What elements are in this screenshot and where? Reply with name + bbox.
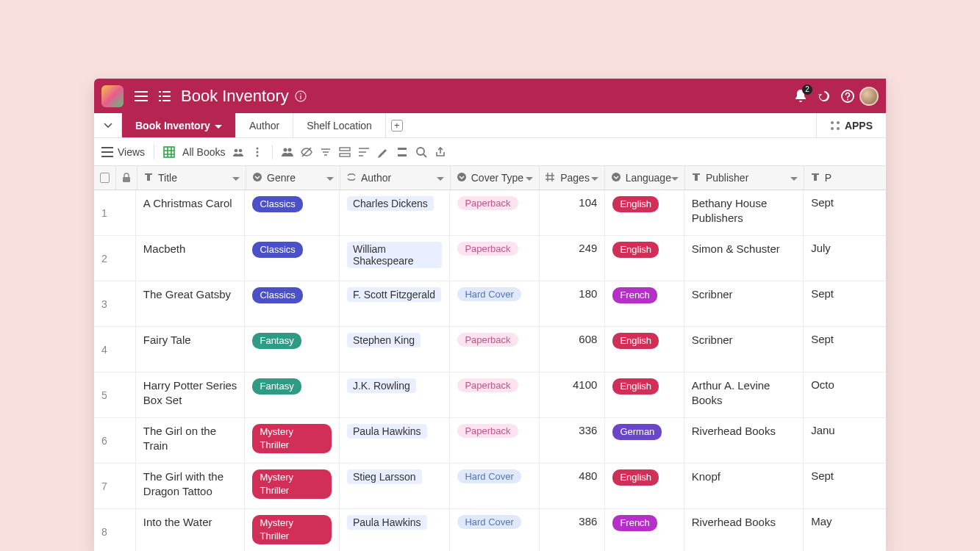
cell-publisher[interactable]: Simon & Schuster: [684, 236, 804, 281]
cell-publisher[interactable]: Riverhead Books: [684, 418, 804, 463]
export-icon[interactable]: [434, 146, 446, 158]
cell-publisher[interactable]: Knopf: [684, 464, 804, 508]
cell-pages[interactable]: 180: [540, 281, 605, 326]
collaborators-icon[interactable]: [282, 146, 293, 158]
cell-pages[interactable]: 608: [540, 327, 605, 372]
column-dropdown-icon[interactable]: [671, 172, 679, 184]
filter-icon[interactable]: [320, 146, 332, 158]
cell-author[interactable]: Stieg Larsson: [340, 464, 451, 508]
cell-language[interactable]: English: [605, 464, 684, 508]
cell-publisher[interactable]: Bethany House Publishers: [684, 190, 804, 235]
cell-cover-type[interactable]: Paperback: [450, 190, 540, 235]
cell-genre[interactable]: Mystery Thriller: [245, 509, 339, 551]
help-icon[interactable]: [839, 87, 856, 105]
cell-author[interactable]: Stephen King: [340, 327, 451, 372]
column-dropdown-icon[interactable]: [232, 172, 240, 184]
menu-icon[interactable]: [132, 87, 150, 105]
cell-author[interactable]: J.K. Rowling: [340, 372, 451, 417]
cell-genre[interactable]: Mystery Thriller: [245, 418, 339, 463]
cell-genre[interactable]: Mystery Thriller: [245, 464, 339, 508]
cell-date[interactable]: Sept: [804, 281, 886, 326]
cell-title[interactable]: Macbeth: [136, 236, 246, 281]
row-height-icon[interactable]: [396, 146, 408, 158]
column-header-language[interactable]: Language: [605, 166, 685, 190]
table-row[interactable]: 3The Great GatsbyClassicsF. Scott Fitzge…: [94, 281, 886, 327]
app-logo[interactable]: [101, 85, 124, 107]
table-row[interactable]: 6The Girl on the TrainMystery ThrillerPa…: [94, 418, 886, 464]
cell-date[interactable]: May: [804, 509, 886, 551]
cell-date[interactable]: Octo: [804, 372, 886, 417]
color-icon[interactable]: [377, 146, 389, 158]
cell-genre[interactable]: Fantasy: [245, 327, 339, 372]
cell-author[interactable]: William Shakespeare: [340, 236, 451, 281]
cell-genre[interactable]: Fantasy: [245, 372, 339, 417]
cell-cover-type[interactable]: Hard Cover: [450, 281, 540, 326]
cell-pages[interactable]: 480: [540, 464, 605, 508]
cell-language[interactable]: English: [605, 190, 684, 235]
cell-genre[interactable]: Classics: [245, 236, 339, 281]
select-all-checkbox[interactable]: [94, 166, 116, 190]
row-expand[interactable]: [115, 281, 136, 326]
tab-shelf-location[interactable]: Shelf Location: [293, 113, 386, 137]
cell-language[interactable]: German: [605, 418, 684, 463]
cell-author[interactable]: Paula Hawkins: [340, 509, 451, 551]
column-header-genre[interactable]: Genre: [246, 166, 340, 190]
cell-language[interactable]: English: [605, 327, 684, 372]
column-dropdown-icon[interactable]: [790, 172, 798, 184]
views-button[interactable]: Views: [101, 146, 145, 158]
cell-language[interactable]: English: [605, 236, 684, 281]
cell-genre[interactable]: Classics: [245, 281, 339, 326]
avatar[interactable]: [859, 87, 879, 106]
row-expand[interactable]: [115, 327, 136, 372]
cell-language[interactable]: French: [605, 281, 684, 326]
cell-genre[interactable]: Classics: [245, 190, 339, 235]
cell-publisher[interactable]: Riverhead Books: [684, 509, 804, 551]
group-icon[interactable]: [339, 146, 351, 158]
cell-cover-type[interactable]: Paperback: [450, 327, 540, 372]
table-row[interactable]: 4Fairy TaleFantasyStephen KingPaperback6…: [94, 327, 886, 372]
cell-title[interactable]: The Girl with the Dragon Tattoo: [136, 464, 246, 508]
view-type-icon[interactable]: [163, 146, 175, 158]
share-view-icon[interactable]: [232, 146, 244, 158]
tab-author[interactable]: Author: [236, 113, 293, 137]
cell-cover-type[interactable]: Paperback: [450, 418, 540, 463]
add-tab-button[interactable]: +: [386, 113, 408, 137]
expand-views-button[interactable]: [94, 113, 122, 137]
column-dropdown-icon[interactable]: [437, 172, 444, 184]
table-row[interactable]: 1A Christmas CarolClassicsCharles Dicken…: [94, 190, 886, 236]
sort-icon[interactable]: [358, 146, 370, 158]
cell-date[interactable]: Sept: [804, 464, 886, 508]
cell-pages[interactable]: 104: [540, 190, 605, 235]
cell-title[interactable]: Into the Water: [136, 509, 246, 551]
row-expand[interactable]: [115, 372, 136, 417]
cell-author[interactable]: F. Scott Fitzgerald: [340, 281, 451, 326]
row-expand[interactable]: [115, 418, 136, 463]
hide-fields-icon[interactable]: [301, 146, 312, 158]
column-dropdown-icon[interactable]: [526, 172, 533, 184]
notifications-button[interactable]: 2: [792, 87, 809, 105]
row-expand[interactable]: [115, 236, 136, 281]
cell-date[interactable]: Janu: [804, 418, 886, 463]
cell-pages[interactable]: 386: [540, 509, 605, 551]
cell-publisher[interactable]: Scribner: [684, 281, 804, 326]
column-header-partial[interactable]: P: [804, 166, 886, 190]
table-row[interactable]: 5Harry Potter Series Box SetFantasyJ.K. …: [94, 372, 886, 418]
cell-cover-type[interactable]: Paperback: [450, 372, 540, 417]
list-icon[interactable]: [156, 87, 174, 105]
cell-title[interactable]: Harry Potter Series Box Set: [136, 372, 246, 417]
cell-cover-type[interactable]: Paperback: [450, 236, 540, 281]
history-icon[interactable]: [815, 87, 833, 105]
cell-author[interactable]: Charles Dickens: [340, 190, 451, 235]
row-expand[interactable]: [115, 464, 136, 508]
apps-button[interactable]: APPS: [816, 113, 886, 137]
cell-title[interactable]: The Great Gatsby: [136, 281, 246, 326]
column-dropdown-icon[interactable]: [591, 172, 598, 184]
row-expand[interactable]: [115, 509, 136, 551]
cell-language[interactable]: English: [605, 372, 684, 417]
column-header-pages[interactable]: Pages: [540, 166, 604, 190]
column-header-author[interactable]: Author: [340, 166, 451, 190]
column-dropdown-icon[interactable]: [326, 172, 334, 184]
cell-title[interactable]: The Girl on the Train: [136, 418, 246, 463]
cell-cover-type[interactable]: Hard Cover: [450, 464, 540, 508]
cell-date[interactable]: Sept: [804, 190, 886, 235]
